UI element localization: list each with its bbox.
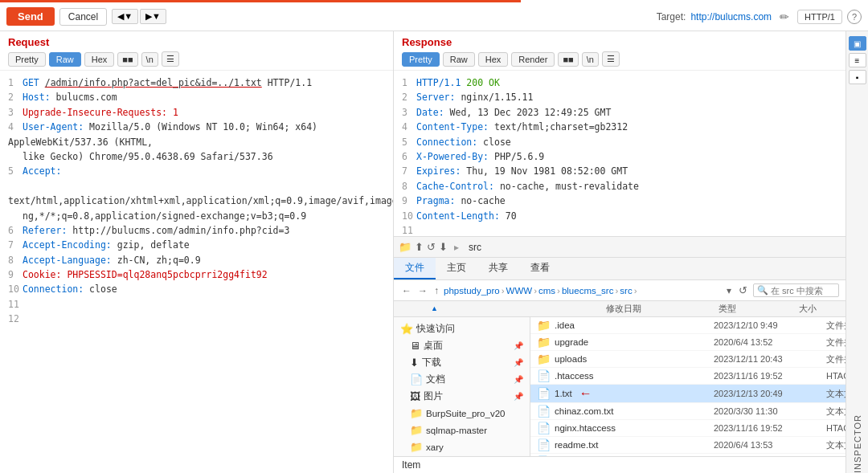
- col-name[interactable]: ▲: [429, 303, 606, 315]
- inspector-grid-btn[interactable]: ▣: [849, 36, 866, 51]
- file-icon: 📄: [537, 369, 551, 382]
- file-rows: 📁.idea 2023/12/10 9:49 文件夹 📁upgrade 2020…: [530, 317, 845, 456]
- request-content: 1GET /admin/info.php?act=del_pic&id=../1…: [0, 71, 393, 473]
- path-cms[interactable]: cms: [538, 286, 555, 296]
- address-bar: ← → ↑ phpstudy_pro › WWW › cms › bluecms…: [394, 280, 845, 301]
- edit-icon[interactable]: ✏: [776, 10, 792, 23]
- pin-docs-icon[interactable]: 📌: [514, 375, 523, 384]
- tree-desktop[interactable]: 🖥 桌面 📌: [394, 337, 530, 354]
- file-row-htaccess[interactable]: 📄.htaccess 2023/11/16 19:52 HTACCESS 文件: [530, 368, 845, 385]
- tab-response-newline[interactable]: \n: [582, 52, 599, 67]
- path-www[interactable]: WWW: [506, 286, 533, 296]
- arrow-indicator: ←: [579, 386, 592, 401]
- menu-share[interactable]: 共享: [477, 258, 519, 279]
- up-icon[interactable]: ⬆: [415, 241, 424, 253]
- addr-forward[interactable]: →: [416, 285, 429, 296]
- tree-documents[interactable]: 📄 文档 📌: [394, 371, 530, 388]
- address-path: phpstudy_pro › WWW › cms › bluecms_src ›…: [444, 286, 719, 296]
- tree-sqlmap[interactable]: 📁 sqlmap-master: [394, 422, 530, 438]
- file-explorer: 📁 ⬆ ↺ ⬇ ▸ src 文件 主页 共享 查看 ← →: [394, 236, 845, 473]
- nav-forward-button[interactable]: ▶▼: [140, 9, 166, 24]
- file-row-uploads[interactable]: 📁uploads 2023/12/11 20:43 文件夹: [530, 351, 845, 368]
- file-icon: 📄: [537, 422, 551, 434]
- path-src[interactable]: src: [620, 286, 632, 296]
- folder-icon: 📁: [399, 241, 411, 253]
- addr-refresh[interactable]: ↺: [736, 284, 750, 296]
- inspector-icons: ▣ ≡ ▪: [847, 31, 868, 89]
- addr-dropdown[interactable]: ▾: [725, 285, 733, 296]
- menu-view[interactable]: 查看: [519, 258, 561, 279]
- search-icon: 🔍: [757, 285, 768, 296]
- item-label: Item: [402, 459, 420, 471]
- target-url[interactable]: http://bulucms.com: [690, 11, 772, 22]
- col-type[interactable]: 类型: [719, 303, 799, 315]
- tab-request-newline[interactable]: \n: [141, 52, 158, 67]
- path-bluecms[interactable]: bluecms_src: [562, 286, 614, 296]
- tab-request-pretty[interactable]: Pretty: [8, 52, 46, 67]
- file-icon: 📄: [537, 405, 551, 418]
- cancel-button[interactable]: Cancel: [59, 8, 107, 26]
- search-input[interactable]: [771, 286, 835, 296]
- sidebar-tree: ⭐ 快速访问 🖥 桌面 📌 ⬇ 下载 📌: [394, 317, 530, 456]
- col-size[interactable]: 大小: [799, 303, 839, 315]
- file-row-upgrade[interactable]: 📁upgrade 2020/6/4 13:52 文件夹: [530, 334, 845, 351]
- tab-response-raw[interactable]: Raw: [443, 52, 475, 67]
- file-icon: 📄: [537, 387, 551, 400]
- inspector-list-btn[interactable]: ≡: [849, 53, 866, 67]
- pin-pics-icon[interactable]: 📌: [514, 392, 523, 401]
- help-icon[interactable]: ?: [847, 10, 862, 24]
- inspector-dot-btn[interactable]: ▪: [849, 70, 866, 84]
- addr-actions: ↺: [736, 284, 750, 296]
- tab-response-stream[interactable]: ■■: [558, 52, 578, 67]
- tree-quick-access[interactable]: ⭐ 快速访问: [394, 320, 530, 337]
- bottom-bar: Item: [394, 456, 845, 473]
- tree-burpsuite[interactable]: 📁 BurpSuite_pro_v20: [394, 405, 530, 422]
- request-toolbar: Pretty Raw Hex ■■ \n ☰: [0, 48, 393, 71]
- response-header: Response: [394, 31, 845, 48]
- col-date[interactable]: 修改日期: [606, 303, 719, 315]
- explorer-title: src: [469, 242, 481, 253]
- pin-icon[interactable]: 📌: [514, 341, 523, 350]
- inspector-label: INSPECTOR: [853, 406, 862, 473]
- addr-up[interactable]: ↑: [432, 285, 440, 296]
- response-panel: Response Pretty Raw Hex Render ■■ \n ☰ 1…: [394, 31, 845, 473]
- inspector-panel: ▣ ≡ ▪ INSPECTOR: [845, 31, 868, 473]
- http-version-badge[interactable]: HTTP/1: [797, 10, 842, 24]
- tab-response-hex[interactable]: Hex: [478, 52, 509, 67]
- tab-request-raw[interactable]: Raw: [49, 52, 81, 67]
- response-content: 1HTTP/1.1 200 OK 2Server: nginx/1.15.11 …: [394, 71, 845, 236]
- tab-response-render[interactable]: Render: [511, 52, 555, 67]
- request-panel: Request Pretty Raw Hex ■■ \n ☰ 1GET /adm…: [0, 31, 394, 473]
- file-row-chinaz[interactable]: 📄chinaz.com.txt 2020/3/30 11:30 文本文档: [530, 403, 845, 420]
- file-row-readme[interactable]: 📄readme.txt 2020/6/4 13:53 文本文档: [530, 437, 845, 454]
- request-header: Request: [0, 31, 393, 48]
- tab-request-hex[interactable]: Hex: [84, 52, 115, 67]
- file-list-body: ⭐ 快速访问 🖥 桌面 📌 ⬇ 下载 📌: [394, 317, 845, 456]
- target-label: Target:: [657, 11, 686, 22]
- file-row-1txt[interactable]: 📄 1.txt ← 2023/12/13 20:49 文本文档: [530, 385, 845, 403]
- nav-back-button[interactable]: ◀▼: [112, 9, 138, 24]
- addr-back[interactable]: ←: [400, 285, 413, 296]
- path-phpstudy[interactable]: phpstudy_pro: [444, 286, 500, 296]
- tab-response-menu[interactable]: ☰: [602, 51, 620, 67]
- search-box[interactable]: 🔍: [753, 283, 839, 297]
- tree-xary[interactable]: 📁 xary: [394, 438, 530, 455]
- file-row-idea[interactable]: 📁.idea 2023/12/10 9:49 文件夹: [530, 317, 845, 334]
- response-toolbar: Pretty Raw Hex Render ■■ \n ☰: [394, 48, 845, 71]
- folder-icon: 📁: [537, 353, 551, 365]
- menu-file[interactable]: 文件: [394, 258, 436, 279]
- file-row-nginx-htaccess[interactable]: 📄nginx.htaccess 2023/11/16 19:52 HTACCES…: [530, 420, 845, 437]
- tab-request-menu[interactable]: ☰: [162, 51, 179, 67]
- menu-home[interactable]: 主页: [436, 258, 477, 279]
- tab-request-stream[interactable]: ■■: [117, 52, 137, 67]
- file-icon: 📄: [537, 438, 551, 451]
- send-button[interactable]: Send: [6, 7, 55, 26]
- tree-pictures[interactable]: 🖼 图片 📌: [394, 388, 530, 405]
- refresh-icon[interactable]: ↺: [427, 241, 436, 253]
- file-list-header: ▲ 修改日期 类型 大小: [394, 301, 845, 317]
- tree-downloads[interactable]: ⬇ 下载 📌: [394, 354, 530, 371]
- tab-response-pretty[interactable]: Pretty: [402, 52, 440, 67]
- top-toolbar: Send Cancel ◀▼ ▶▼ Target: http://bulucms…: [0, 2, 868, 31]
- down-icon[interactable]: ⬇: [439, 241, 448, 253]
- pin-downloads-icon[interactable]: 📌: [514, 358, 523, 367]
